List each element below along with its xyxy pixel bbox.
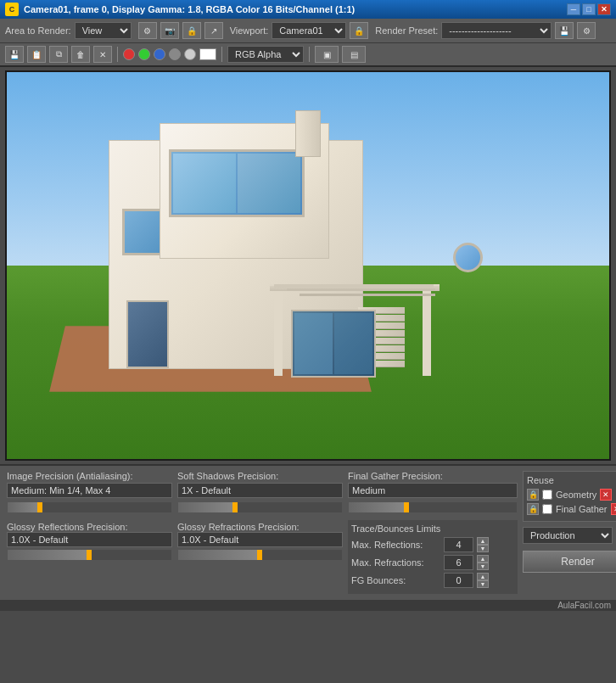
render-icon-3[interactable]: 🔒 xyxy=(182,22,201,39)
fg-bounces-up[interactable]: ▲ xyxy=(477,573,489,580)
glossy-refractions-value[interactable]: 1.0X - Default xyxy=(177,532,343,547)
door xyxy=(126,300,169,368)
display-btn-2[interactable]: ▤ xyxy=(342,46,366,63)
reuse-title: Reuse xyxy=(527,475,616,485)
area-select[interactable]: View Region Blowup xyxy=(75,22,132,39)
area-to-render-group: Area to Render: View Region Blowup xyxy=(5,22,132,39)
app-icon: C xyxy=(5,3,19,16)
minimize-button[interactable]: ─ xyxy=(567,3,580,15)
copy-button[interactable]: 📋 xyxy=(27,46,46,63)
geometry-checkbox[interactable] xyxy=(542,490,552,500)
render-icons: ⚙ 📷 🔒 ↗ xyxy=(138,22,223,39)
final-gather-clear-btn[interactable]: ✕ xyxy=(611,503,616,515)
settings-grid: Image Precision (Antialiasing): Medium: … xyxy=(7,471,609,594)
geometry-clear-btn[interactable]: ✕ xyxy=(600,489,612,501)
window-large xyxy=(169,149,305,217)
chimney xyxy=(295,110,321,157)
bottom-panel: Image Precision (Antialiasing): Medium: … xyxy=(0,464,616,599)
pergola-beam-3 xyxy=(300,294,435,296)
soft-shadows-group: Soft Shadows Precision: 1X - Default Glo… xyxy=(177,471,343,594)
fg-bounces-input[interactable] xyxy=(444,573,473,588)
geometry-label: Geometry xyxy=(556,490,596,500)
max-reflections-input[interactable]: 4 xyxy=(444,537,473,552)
display-btn-1[interactable]: ▣ xyxy=(315,46,339,63)
soft-shadows-label: Soft Shadows Precision: xyxy=(177,471,343,481)
green-channel-dot[interactable] xyxy=(138,48,150,60)
final-gather-value[interactable]: Medium xyxy=(348,483,518,498)
viewport-group: Viewport: Camera01 Perspective 🔒 xyxy=(230,22,369,39)
window-round xyxy=(453,243,483,272)
reflections-up[interactable]: ▲ xyxy=(477,537,489,545)
color-swatch[interactable] xyxy=(199,48,216,60)
titlebar: C Camera01, frame 0, Display Gamma: 1.8,… xyxy=(0,0,616,19)
separator2 xyxy=(221,47,222,62)
preset-save[interactable]: 💾 xyxy=(555,22,574,39)
window-title: Camera01, frame 0, Display Gamma: 1.8, R… xyxy=(24,4,567,14)
fg-bounces-spinner[interactable]: ▲ ▼ xyxy=(477,573,489,588)
window-controls: ─ □ ✕ xyxy=(567,3,611,15)
glossy-reflections-label: Glossy Reflections Precision: xyxy=(7,522,127,532)
render-button[interactable]: Render xyxy=(523,551,616,573)
final-gather-reuse-row: 🔒 Final Gather ✕ xyxy=(527,503,616,515)
rendered-image xyxy=(7,72,609,459)
image-precision-value[interactable]: Medium: Min 1/4, Max 4 xyxy=(7,483,172,498)
pergola-beam-1 xyxy=(274,284,434,288)
viewport-label: Viewport: xyxy=(230,25,269,36)
reuse-production-group: Reuse 🔒 Geometry ✕ 🔒 Final Gather ✕ Prod… xyxy=(523,471,616,594)
render-icon-4[interactable]: ↗ xyxy=(204,22,223,39)
soft-shadows-slider[interactable] xyxy=(177,501,343,513)
preset-label: Render Preset: xyxy=(375,25,438,36)
glossy-refractions-label: Glossy Refractions Precision: xyxy=(177,522,300,532)
red-channel-dot[interactable] xyxy=(123,48,135,60)
separator3 xyxy=(309,47,310,62)
save-button[interactable]: 💾 xyxy=(5,46,24,63)
clear-button[interactable]: 🗑 xyxy=(71,46,90,63)
glass-door xyxy=(291,310,376,378)
area-label: Area to Render: xyxy=(5,25,71,36)
alpha-channel-dot[interactable] xyxy=(169,48,181,60)
production-row: Production Draft High Quality ▼ xyxy=(523,527,616,544)
clone-button[interactable]: ⧉ xyxy=(49,46,68,63)
fg-bounces-row: FG Bounces: ▲ ▼ xyxy=(351,573,514,588)
image-precision-slider[interactable] xyxy=(7,501,172,513)
close-button[interactable]: ✕ xyxy=(597,3,611,15)
max-refractions-label: Max. Refractions: xyxy=(351,557,440,568)
soft-shadows-value[interactable]: 1X - Default xyxy=(177,483,343,498)
production-select[interactable]: Production Draft High Quality xyxy=(523,527,613,544)
blue-channel-dot[interactable] xyxy=(154,48,165,60)
viewport-select[interactable]: Camera01 Perspective xyxy=(272,22,346,39)
toolbar-row1: Area to Render: View Region Blowup ⚙ 📷 🔒… xyxy=(0,19,616,43)
refractions-up[interactable]: ▲ xyxy=(477,555,489,563)
maximize-button[interactable]: □ xyxy=(582,3,596,15)
channel-select[interactable]: RGB Alpha RGB Alpha xyxy=(227,46,304,63)
reflections-down[interactable]: ▼ xyxy=(477,545,489,552)
render-icon-1[interactable]: ⚙ xyxy=(138,22,157,39)
preset-settings[interactable]: ⚙ xyxy=(577,22,596,39)
final-gather-lock-icon[interactable]: 🔒 xyxy=(527,503,539,515)
render-icon-2[interactable]: 📷 xyxy=(160,22,179,39)
geometry-lock-icon[interactable]: 🔒 xyxy=(527,489,539,501)
preset-select[interactable]: -------------------- xyxy=(441,22,552,39)
max-reflections-spinner[interactable]: ▲ ▼ xyxy=(477,537,489,552)
final-gather-reuse-label: Final Gather xyxy=(556,504,608,514)
fg-bounces-down[interactable]: ▼ xyxy=(477,580,489,588)
final-gather-checkbox[interactable] xyxy=(542,504,552,514)
final-gather-slider[interactable] xyxy=(348,501,518,513)
glossy-refractions-slider[interactable] xyxy=(177,549,343,561)
stop-button[interactable]: ✕ xyxy=(93,46,112,63)
geometry-reuse-row: 🔒 Geometry ✕ xyxy=(527,489,616,501)
fg-bounces-label: FG Bounces: xyxy=(351,575,440,585)
white-swatch[interactable] xyxy=(184,48,196,60)
pergola-col-left xyxy=(274,291,283,376)
refractions-down[interactable]: ▼ xyxy=(477,563,489,570)
glossy-reflections-slider[interactable] xyxy=(7,549,172,561)
glossy-reflections-value[interactable]: 1.0X - Default xyxy=(7,532,172,547)
pergola-col-right xyxy=(423,291,431,376)
max-refractions-input[interactable] xyxy=(444,555,473,570)
viewport-lock[interactable]: 🔒 xyxy=(350,22,368,39)
pergola-beam-2 xyxy=(287,288,435,291)
watermark: AulaFacil.com xyxy=(0,599,616,611)
watermark-text: AulaFacil.com xyxy=(557,601,611,610)
max-refractions-spinner[interactable]: ▲ ▼ xyxy=(477,555,489,570)
final-gather-group: Final Gather Precision: Medium Trace/Bou… xyxy=(348,471,518,594)
